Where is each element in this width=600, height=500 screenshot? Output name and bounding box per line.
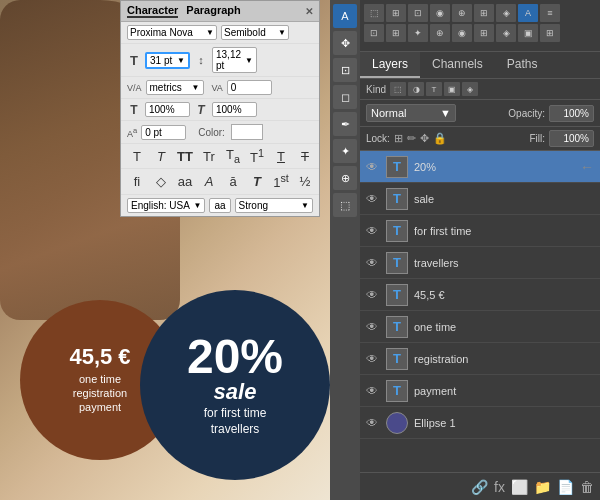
font-family-select[interactable]: Proxima Nova ▼: [127, 25, 217, 40]
scale-h-input[interactable]: 100%: [212, 102, 257, 117]
font-size-row: T 31 pt ▼ ↕ 13,12 pt ▼: [121, 44, 319, 77]
tab-layers[interactable]: Layers: [360, 52, 420, 78]
scale-h-icon: T: [194, 103, 208, 117]
eye-visibility-icon[interactable]: 👁: [366, 256, 380, 270]
antialiasing-select[interactable]: Strong ▼: [235, 198, 313, 213]
layer-name: 45,5 €: [414, 289, 594, 301]
eye-visibility-icon[interactable]: 👁: [366, 224, 380, 238]
chevron-down-icon: ▼: [194, 201, 202, 210]
character-panel: Character Paragraph ✕ Proxima Nova ▼ Sem…: [120, 0, 320, 217]
eye-visibility-icon[interactable]: 👁: [366, 416, 380, 430]
eye-visibility-icon[interactable]: 👁: [366, 384, 380, 398]
zoom-tool-button[interactable]: ⊕: [333, 166, 357, 190]
chevron-down-icon: ▼: [206, 28, 214, 37]
layer-item[interactable]: 👁T20%←: [360, 151, 600, 183]
glyph-TT: TT: [177, 149, 193, 164]
font-weight-select[interactable]: Semibold ▼: [221, 25, 289, 40]
tool-icon-5[interactable]: ⊕: [452, 4, 472, 22]
layer-item[interactable]: 👁Tregistration: [360, 343, 600, 375]
shape-tool-button[interactable]: ◻: [333, 85, 357, 109]
new-layer-icon[interactable]: 📄: [557, 479, 574, 495]
lock-checkerboard-icon[interactable]: ⊞: [394, 132, 403, 145]
desc-text: for first time travellers: [204, 406, 267, 437]
layer-thumbnail: T: [386, 380, 408, 402]
new-group-icon[interactable]: 📁: [534, 479, 551, 495]
layer-item[interactable]: 👁T45,5 €: [360, 279, 600, 311]
glyph-T-strike: T: [297, 149, 313, 164]
eye-visibility-icon[interactable]: 👁: [366, 160, 380, 174]
scale-v-input[interactable]: 100%: [145, 102, 190, 117]
eye-visibility-icon[interactable]: 👁: [366, 320, 380, 334]
baseline-input[interactable]: 0 pt: [141, 125, 186, 140]
font-size-input[interactable]: 31 pt ▼: [145, 52, 190, 69]
tool-icon-8[interactable]: A: [518, 4, 538, 22]
add-mask-icon[interactable]: ⬜: [511, 479, 528, 495]
tool-icon-16[interactable]: ◈: [496, 24, 516, 42]
layer-item[interactable]: 👁Tone time: [360, 311, 600, 343]
kind-text-icon[interactable]: T: [426, 82, 442, 96]
chevron-down-icon: ▼: [177, 56, 185, 65]
link-layers-icon[interactable]: 🔗: [471, 479, 488, 495]
leading-input[interactable]: 13,12 pt ▼: [212, 47, 257, 73]
color-swatch[interactable]: [231, 124, 263, 140]
tab-paragraph[interactable]: Paragraph: [186, 4, 240, 18]
language-select[interactable]: English: USA ▼: [127, 198, 205, 213]
tracking-input[interactable]: 0: [227, 80, 272, 95]
tool-icon-9[interactable]: ≡: [540, 4, 560, 22]
tab-character[interactable]: Character: [127, 4, 178, 18]
kind-shape-icon[interactable]: ▣: [444, 82, 460, 96]
lock-all-icon[interactable]: 🔒: [433, 132, 447, 145]
tool-icon-3[interactable]: ⊡: [408, 4, 428, 22]
tool-icon-14[interactable]: ◉: [452, 24, 472, 42]
price-text: 45,5 €: [69, 345, 130, 369]
tool-icon-18[interactable]: ⊞: [540, 24, 560, 42]
glyph-T-under: T: [273, 149, 289, 164]
opacity-value[interactable]: 100%: [549, 105, 594, 122]
kind-smart-icon[interactable]: ◈: [462, 82, 478, 96]
tool-icon-10[interactable]: ⊡: [364, 24, 384, 42]
move-tool-button[interactable]: ✥: [333, 31, 357, 55]
layer-thumbnail: T: [386, 348, 408, 370]
fill-value[interactable]: 100%: [549, 130, 594, 147]
layer-name: for first time: [414, 225, 594, 237]
transform-tool-button[interactable]: ⊡: [333, 58, 357, 82]
panel-close-icon[interactable]: ✕: [305, 6, 313, 17]
layer-item[interactable]: 👁Ellipse 1: [360, 407, 600, 439]
lock-brush-icon[interactable]: ✏: [407, 132, 416, 145]
crop-tool-button[interactable]: ⬚: [333, 193, 357, 217]
icon-row-1: ⬚ ⊞ ⊡ ◉ ⊕ ⊞ ◈ A ≡: [364, 4, 596, 22]
scale-row: T 100% T 100%: [121, 99, 319, 121]
tool-icon-1[interactable]: ⬚: [364, 4, 384, 22]
tab-channels[interactable]: Channels: [420, 52, 495, 78]
layer-item[interactable]: 👁Tsale: [360, 183, 600, 215]
aa-button[interactable]: aa: [209, 198, 230, 213]
layer-arrow-icon: ←: [580, 159, 594, 175]
tab-paths[interactable]: Paths: [495, 52, 550, 78]
eye-visibility-icon[interactable]: 👁: [366, 352, 380, 366]
metrics-select[interactable]: metrics ▼: [146, 80, 204, 95]
tool-icon-15[interactable]: ⊞: [474, 24, 494, 42]
add-style-icon[interactable]: fx: [494, 479, 505, 495]
eye-visibility-icon[interactable]: 👁: [366, 192, 380, 206]
delete-layer-icon[interactable]: 🗑: [580, 479, 594, 495]
kind-pixel-icon[interactable]: ⬚: [390, 82, 406, 96]
tool-icon-11[interactable]: ⊞: [386, 24, 406, 42]
eyedropper-tool-button[interactable]: ✒: [333, 112, 357, 136]
blue-circle: 20% sale for first time travellers: [140, 290, 330, 480]
tool-icon-13[interactable]: ⊕: [430, 24, 450, 42]
tool-icon-7[interactable]: ◈: [496, 4, 516, 22]
tool-icon-2[interactable]: ⊞: [386, 4, 406, 22]
layer-item[interactable]: 👁Ttravellers: [360, 247, 600, 279]
tool-icon-6[interactable]: ⊞: [474, 4, 494, 22]
kind-adjust-icon[interactable]: ◑: [408, 82, 424, 96]
text-tool-button[interactable]: A: [333, 4, 357, 28]
lock-position-icon[interactable]: ✥: [420, 132, 429, 145]
tool-icon-17[interactable]: ▣: [518, 24, 538, 42]
layer-item[interactable]: 👁Tpayment: [360, 375, 600, 407]
hand-tool-button[interactable]: ✦: [333, 139, 357, 163]
eye-visibility-icon[interactable]: 👁: [366, 288, 380, 302]
tool-icon-12[interactable]: ✦: [408, 24, 428, 42]
blend-mode-select[interactable]: Normal ▼: [366, 104, 456, 122]
tool-icon-4[interactable]: ◉: [430, 4, 450, 22]
layer-item[interactable]: 👁Tfor first time: [360, 215, 600, 247]
